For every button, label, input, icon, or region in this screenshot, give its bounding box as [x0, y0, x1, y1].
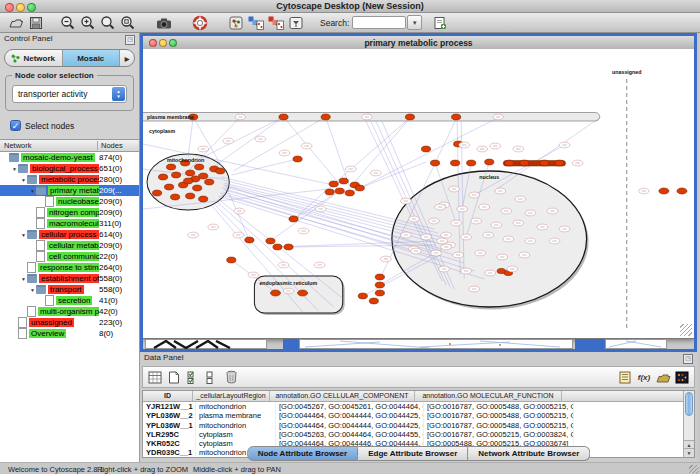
attribute-report-icon[interactable]	[617, 369, 633, 385]
zoom-out-icon[interactable]	[58, 14, 78, 32]
tab-edge-attribute-browser[interactable]: Edge Attribute Browser	[358, 446, 468, 461]
selected-node[interactable]	[345, 190, 354, 196]
window-resize-grip[interactable]	[680, 324, 692, 336]
snapshot-camera-icon[interactable]	[154, 14, 174, 32]
selected-node[interactable]	[355, 185, 364, 191]
zoom-in-icon[interactable]	[78, 14, 98, 32]
disclosure-triangle-icon[interactable]: ▼	[11, 166, 18, 172]
selected-node[interactable]	[375, 274, 384, 280]
selected-node[interactable]	[195, 164, 204, 170]
tab-mosaic[interactable]: Mosaic	[63, 50, 121, 66]
selected-node[interactable]	[421, 146, 430, 152]
background-window-fragment[interactable]	[145, 339, 267, 349]
tree-row[interactable]: nucleobase-209(0)	[0, 196, 139, 207]
tree-row[interactable]: cellular metabo209(0)	[0, 240, 139, 251]
selected-node[interactable]	[358, 293, 367, 299]
selected-node[interactable]	[298, 290, 308, 296]
selected-node[interactable]	[193, 185, 202, 191]
tab-network[interactable]: Network	[5, 50, 63, 66]
select-nodes-checkbox[interactable]: ✓	[10, 120, 21, 131]
selected-node[interactable]	[329, 181, 338, 187]
network-window-titlebar[interactable]: primary metabolic process	[143, 36, 694, 50]
selected-node[interactable]	[485, 159, 494, 165]
selected-node[interactable]	[339, 178, 348, 184]
search-input[interactable]	[352, 16, 406, 29]
selected-node[interactable]	[505, 160, 514, 166]
selected-node[interactable]	[205, 179, 214, 185]
selected-node[interactable]	[430, 160, 439, 166]
table-row[interactable]: YJR121W__1mitochondrion[GO:0045267, GO:0…	[143, 402, 694, 411]
zoom-fit-icon[interactable]	[98, 14, 118, 32]
table-row[interactable]: YPL036W__1mitochondrion[GO:0044464, GO:0…	[143, 421, 694, 430]
selected-node[interactable]	[325, 189, 334, 195]
annotation-icon[interactable]	[430, 14, 450, 32]
help-ring-icon[interactable]	[190, 14, 210, 32]
search-dropdown-arrow-icon[interactable]: ▼	[407, 15, 422, 30]
selected-node[interactable]	[555, 160, 564, 166]
node-color-dropdown[interactable]: transporter activity ▲▼	[12, 85, 127, 103]
disclosure-triangle-icon[interactable]: ▼	[29, 188, 36, 194]
table-column-header[interactable]: _cellularLayoutRegion	[193, 391, 270, 401]
formula-builder-icon[interactable]: f(x)	[636, 369, 652, 385]
selected-node[interactable]	[152, 190, 161, 196]
disclosure-triangle-icon[interactable]: ▼	[29, 287, 36, 293]
tree-row[interactable]: multi-organism pro42(0)	[0, 306, 139, 317]
background-window-edge[interactable]	[575, 339, 605, 349]
app-resize-grip[interactable]	[689, 465, 699, 474]
selected-node[interactable]	[369, 298, 378, 304]
selected-node[interactable]	[266, 238, 275, 244]
table-row[interactable]: YPL036W__2plasma membrane[GO:0044464, GO…	[143, 411, 694, 420]
selected-node[interactable]	[467, 160, 476, 166]
selected-node[interactable]	[375, 282, 384, 288]
table-column-header[interactable]: ID	[143, 391, 193, 401]
network-panel-icon[interactable]	[226, 14, 246, 32]
selected-node[interactable]	[451, 160, 460, 166]
selected-node[interactable]	[184, 178, 193, 184]
tree-row[interactable]: response to stimulu264(0)	[0, 262, 139, 273]
table-row[interactable]: YLR295Ccytoplasm[GO:0045263, GO:0044464,…	[143, 430, 694, 439]
network-canvas[interactable]: plasma membrane cytoplasm mitochondrion …	[143, 49, 694, 337]
background-window-fragment[interactable]	[299, 339, 573, 349]
tree-column-nodes[interactable]: Nodes	[97, 141, 139, 150]
table-column-header[interactable]: annotation.GO CELLULAR_COMPONENT	[270, 391, 415, 401]
vizmapper-icon[interactable]	[286, 14, 306, 32]
selected-node[interactable]	[199, 173, 208, 179]
layout-blue-icon[interactable]	[246, 14, 266, 32]
delete-attribute-icon[interactable]	[223, 369, 239, 385]
tree-row[interactable]: ▼cellular process614(0)	[0, 229, 139, 240]
selected-node[interactable]	[245, 237, 254, 243]
selected-node[interactable]	[321, 114, 330, 120]
selected-node[interactable]	[293, 156, 302, 162]
selected-node[interactable]	[166, 164, 175, 170]
selected-node[interactable]	[540, 160, 549, 166]
zoom-selected-region-icon[interactable]	[118, 14, 138, 32]
tree-row[interactable]: ▼transport558(0)	[0, 284, 139, 295]
scrollbar-thumb[interactable]	[685, 392, 693, 416]
selected-node[interactable]	[452, 114, 461, 120]
tab-network-attribute-browser[interactable]: Network Attribute Browser	[468, 446, 590, 461]
more-tabs-arrow-icon[interactable]: ▶	[120, 50, 134, 66]
float-panel-icon[interactable]: ◳	[125, 35, 135, 45]
tree-row[interactable]: cell communicat22(0)	[0, 251, 139, 262]
attribute-matrix-icon[interactable]	[674, 369, 690, 385]
selected-node[interactable]	[677, 188, 687, 194]
tab-node-attribute-browser[interactable]: Node Attribute Browser	[247, 446, 359, 461]
tree-row[interactable]: ▼establishment of lo558(0)	[0, 273, 139, 284]
selected-node[interactable]	[227, 257, 236, 263]
selected-node[interactable]	[158, 174, 167, 180]
table-column-header[interactable]	[562, 391, 694, 401]
tree-column-network[interactable]: Network	[0, 141, 97, 150]
tree-row[interactable]: macromolecule311(0)	[0, 218, 139, 229]
tree-row[interactable]: ▼biological_process651(0)	[0, 163, 139, 174]
selected-node[interactable]	[284, 244, 293, 250]
selected-node[interactable]	[273, 244, 282, 250]
disclosure-triangle-icon[interactable]: ▼	[20, 276, 27, 282]
save-icon[interactable]	[26, 14, 46, 32]
disclosure-triangle-icon[interactable]: ▼	[20, 232, 27, 238]
selected-node[interactable]	[375, 290, 384, 296]
tree-row[interactable]: Overview8(0)	[0, 328, 139, 339]
table-scrollbar[interactable]: ▲ ▼	[683, 391, 694, 457]
tree-row[interactable]: mosaic-demo-yeast874(0)	[0, 152, 139, 163]
background-window-fragment[interactable]	[605, 339, 667, 349]
layout-red-icon[interactable]	[266, 14, 286, 32]
